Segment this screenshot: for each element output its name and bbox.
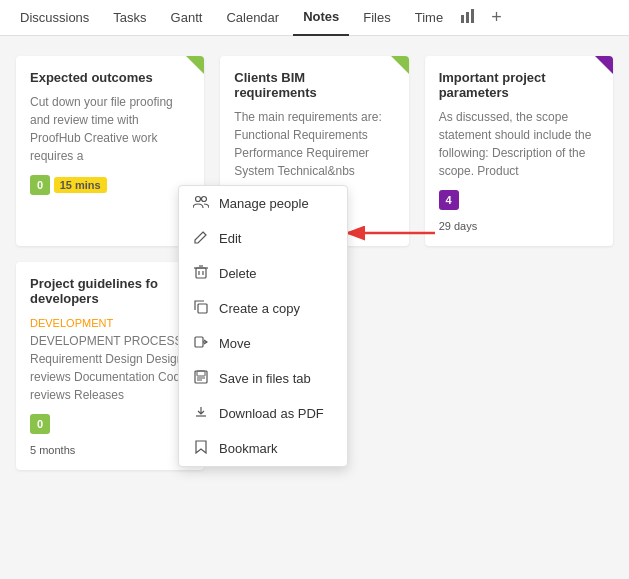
card-body-text: DEVELOPMENT PROCESS Requirementt Design … bbox=[30, 334, 187, 402]
card-time: 5 months bbox=[30, 444, 190, 456]
menu-item-download-pdf[interactable]: Download as PDF bbox=[179, 396, 347, 431]
card-title: Expected outcomes bbox=[30, 70, 190, 85]
card-body: DEVELOPMENT DEVELOPMENT PROCESS Requirem… bbox=[30, 314, 190, 404]
save-files-icon bbox=[193, 370, 209, 387]
card-dev-tag: DEVELOPMENT bbox=[30, 317, 113, 329]
move-icon bbox=[193, 335, 209, 352]
card-body: The main requirements are: Functional Re… bbox=[234, 108, 394, 180]
card-body: As discussed, the scope statement should… bbox=[439, 108, 599, 180]
menu-label: Delete bbox=[219, 266, 257, 281]
menu-item-manage-people[interactable]: Manage people bbox=[179, 186, 347, 221]
card-corner-green bbox=[186, 56, 204, 74]
edit-icon bbox=[193, 230, 209, 247]
chart-icon[interactable] bbox=[457, 9, 481, 26]
menu-label: Move bbox=[219, 336, 251, 351]
main-content: Expected outcomes Cut down your file pro… bbox=[0, 36, 629, 579]
svg-point-6 bbox=[202, 197, 207, 202]
menu-label: Download as PDF bbox=[219, 406, 324, 421]
card-time: 29 days bbox=[439, 220, 599, 232]
card-title: Important project parameters bbox=[439, 70, 599, 100]
nav-gantt[interactable]: Gantt bbox=[161, 0, 213, 36]
context-menu: Manage people Edit bbox=[178, 185, 348, 467]
nav-files[interactable]: Files bbox=[353, 0, 400, 36]
menu-item-edit[interactable]: Edit bbox=[179, 221, 347, 256]
card-badge: 0 bbox=[30, 414, 50, 434]
card-badge: 4 bbox=[439, 190, 459, 210]
card-title: Project guidelines fo developers bbox=[30, 276, 190, 306]
menu-label: Create a copy bbox=[219, 301, 300, 316]
card-title: Clients BIM requirements bbox=[234, 70, 394, 100]
card-corner-purple bbox=[595, 56, 613, 74]
menu-label: Bookmark bbox=[219, 441, 278, 456]
delete-icon bbox=[193, 265, 209, 282]
card-expected-outcomes: Expected outcomes Cut down your file pro… bbox=[16, 56, 204, 246]
svg-rect-2 bbox=[471, 9, 474, 23]
nav-notes[interactable]: Notes bbox=[293, 0, 349, 36]
card-time: 15 mins bbox=[54, 177, 107, 193]
menu-item-create-copy[interactable]: Create a copy bbox=[179, 291, 347, 326]
card-project-parameters: Important project parameters As discusse… bbox=[425, 56, 613, 246]
svg-rect-7 bbox=[196, 268, 206, 278]
nav-calendar[interactable]: Calendar bbox=[216, 0, 289, 36]
add-tab-button[interactable]: + bbox=[485, 7, 508, 28]
menu-label: Save in files tab bbox=[219, 371, 311, 386]
svg-point-5 bbox=[196, 197, 201, 202]
copy-icon bbox=[193, 300, 209, 317]
menu-item-move[interactable]: Move bbox=[179, 326, 347, 361]
svg-rect-13 bbox=[195, 337, 203, 347]
menu-item-save-files[interactable]: Save in files tab bbox=[179, 361, 347, 396]
menu-item-delete[interactable]: Delete bbox=[179, 256, 347, 291]
card-project-guidelines: Project guidelines fo developers DEVELOP… bbox=[16, 262, 204, 470]
menu-item-bookmark[interactable]: Bookmark bbox=[179, 431, 347, 466]
svg-rect-1 bbox=[466, 12, 469, 23]
svg-rect-16 bbox=[197, 371, 205, 376]
nav-discussions[interactable]: Discussions bbox=[10, 0, 99, 36]
card-corner-green bbox=[391, 56, 409, 74]
menu-label: Manage people bbox=[219, 196, 309, 211]
nav-tasks[interactable]: Tasks bbox=[103, 0, 156, 36]
nav-time[interactable]: Time bbox=[405, 0, 453, 36]
navigation: Discussions Tasks Gantt Calendar Notes F… bbox=[0, 0, 629, 36]
manage-people-icon bbox=[193, 195, 209, 212]
bookmark-icon bbox=[193, 440, 209, 457]
menu-label: Edit bbox=[219, 231, 241, 246]
card-badge: 0 bbox=[30, 175, 50, 195]
card-body: Cut down your file proofing and review t… bbox=[30, 93, 190, 165]
svg-rect-0 bbox=[461, 15, 464, 23]
download-icon bbox=[193, 405, 209, 422]
